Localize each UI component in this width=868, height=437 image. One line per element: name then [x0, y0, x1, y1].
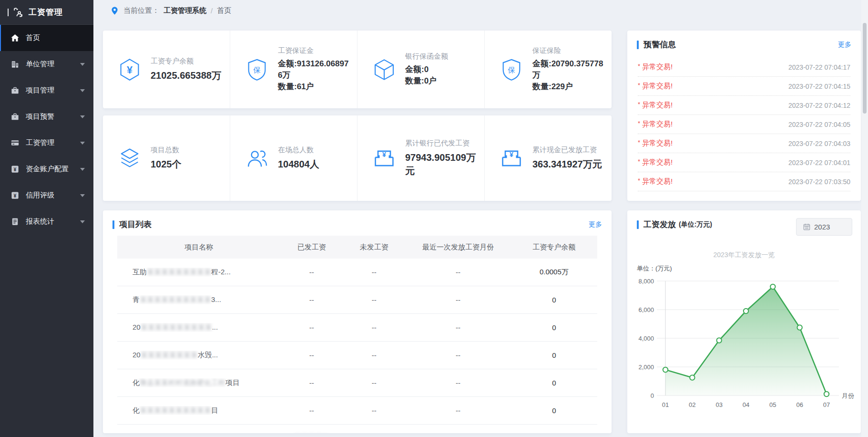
warning-list-item[interactable]: *异常交易! 2023-07-22 07:04:12 — [638, 96, 850, 115]
salary-panel-title: 工资发放 — [643, 219, 676, 230]
paid-salary-cell: -- — [280, 406, 343, 415]
svg-text:保: 保 — [507, 65, 515, 73]
cash-machine-icon: ¥ — [499, 146, 524, 171]
home-icon — [10, 33, 20, 42]
project-name-cell[interactable]: 化隆县某某村村道路硬化工程项目 — [117, 378, 280, 387]
project-name-cell[interactable]: 青某某某某某某某某某某3... — [117, 295, 280, 304]
project-name-cell[interactable]: 20某某某某某某某某水毁... — [117, 351, 280, 360]
table-row[interactable]: 青某某某某某某某某某某3... -- -- -- 0 — [117, 286, 597, 314]
svg-text:07: 07 — [823, 401, 830, 408]
stat-label: 累计现金已发放工资 — [532, 146, 602, 155]
warning-list-item[interactable]: *异常交易! 2023-07-22 07:03:50 — [638, 172, 850, 191]
stat-card: 在场总人数 104804人 — [230, 115, 357, 201]
svg-text:01: 01 — [662, 401, 669, 408]
warning-list-item[interactable]: *异常交易! 2023-07-22 07:04:17 — [638, 58, 850, 77]
warning-timestamp: 2023-07-22 07:03:50 — [788, 178, 850, 186]
svg-text:¥: ¥ — [14, 193, 17, 198]
warning-list-item[interactable]: *异常交易! 2023-07-22 07:04:03 — [638, 134, 850, 153]
project-list-more-link[interactable]: 更多 — [589, 220, 602, 229]
sidebar-menu-item[interactable]: 项目管理 — [0, 77, 93, 104]
section-accent-bar — [112, 220, 114, 229]
stat-value: 1025个 — [151, 157, 182, 171]
svg-text:04: 04 — [743, 401, 749, 408]
sidebar-item-label: 信用评级 — [26, 191, 54, 200]
yen-hexagon-icon: ¥ — [117, 57, 142, 82]
breadcrumb-root-link[interactable]: 工资管理系统 — [163, 6, 206, 15]
sidebar-menu-item[interactable]: ¥ 信用评级 — [0, 182, 93, 208]
project-list-title: 项目列表 — [119, 219, 152, 230]
svg-text:6,000: 6,000 — [638, 306, 654, 313]
warning-list-item[interactable]: *异常交易! 2023-07-22 07:04:15 — [638, 77, 850, 96]
stat-card: 项目总数 1025个 — [103, 115, 230, 201]
sidebar-item-label: 首页 — [26, 33, 40, 42]
sidebar-menu-item[interactable]: 单位管理 — [0, 51, 93, 77]
breadcrumb-separator: / — [211, 7, 213, 15]
redacted-text: 某某某某某某某某某某 — [141, 323, 212, 331]
project-name-cell[interactable]: 互助某某某某某某某某某程-2... — [117, 268, 280, 277]
salary-person-logo-icon — [12, 7, 24, 18]
calendar-icon — [803, 223, 810, 230]
shield-bao-icon: 保 — [245, 57, 269, 82]
last-pay-month-cell: -- — [405, 296, 511, 304]
paid-salary-cell: -- — [280, 296, 343, 304]
warning-timestamp: 2023-07-22 07:04:05 — [788, 121, 850, 128]
warning-more-link[interactable]: 更多 — [838, 41, 851, 49]
project-name-cell[interactable]: 20某某某某某某某某某某... — [117, 323, 280, 332]
sidebar-menu-item[interactable]: ¥ 资金账户配置 — [0, 156, 93, 182]
warning-text: *异常交易! — [638, 82, 673, 91]
warning-timestamp: 2023-07-22 07:04:12 — [788, 102, 850, 109]
sidebar-item-label: 单位管理 — [26, 60, 54, 69]
table-row[interactable]: 20某某某某某某某某水毁... -- -- -- 0 — [117, 342, 597, 369]
table-row[interactable]: 互助某某某某某某某某某程-2... -- -- -- 0.0005万 — [117, 259, 597, 286]
stat-card: ¥ 累计现金已发放工资 363.341927万元 — [484, 115, 612, 201]
table-row[interactable]: 某某某某某某某某某某某某 等 某某某某万 — [117, 425, 597, 433]
svg-text:¥: ¥ — [14, 167, 17, 172]
stat-value: 金额:0 — [405, 64, 448, 75]
app-logo: 工资管理 — [0, 0, 93, 25]
asterisk-bullet: * — [638, 139, 640, 146]
page-scrollbar-thumb[interactable] — [863, 23, 867, 114]
sidebar-menu-item[interactable]: 项目预警 — [0, 104, 93, 130]
sidebar-menu-item[interactable]: 工资管理 — [0, 130, 93, 156]
sidebar-item-label: 项目预警 — [26, 112, 54, 121]
sidebar-menu-item[interactable]: 首页 — [0, 25, 93, 51]
page-scrollbar-track[interactable] — [861, 0, 868, 437]
last-pay-month-cell: -- — [405, 268, 511, 276]
stat-card: 保 保证保险 金额:20790.375778万 数量:229户 — [484, 31, 612, 108]
table-row[interactable]: 化隆县某某村村道路硬化工程项目 -- -- -- 0 — [117, 369, 597, 397]
svg-text:¥: ¥ — [127, 64, 133, 76]
location-pin-icon — [110, 6, 119, 15]
chevron-down-icon — [80, 168, 85, 171]
project-table: 项目名称 已发工资 未发工资 最近一次发放工资月份 工资专户余额 互助某某某某某… — [117, 236, 597, 433]
warning-timestamp: 2023-07-22 07:04:01 — [788, 159, 850, 166]
stat-label: 银行保函金额 — [405, 52, 448, 61]
sidebar-item-label: 资金账户配置 — [26, 165, 69, 174]
col-unpaid-salary: 未发工资 — [343, 243, 405, 252]
year-select[interactable]: 2023 — [796, 218, 852, 236]
warning-list-item[interactable]: *异常交易! 2023-07-22 07:04:05 — [638, 115, 850, 134]
sidebar-item-label: 项目管理 — [26, 86, 54, 95]
sidebar-menu: 首页 单位管理 项目管理 项目预警 工资 — [0, 25, 93, 235]
asterisk-bullet: * — [638, 101, 640, 108]
chevron-down-icon — [80, 63, 85, 66]
warning-panel: 预警信息 更多 *异常交易! 2023-07-22 07:04:17 *异常交易… — [627, 31, 861, 201]
warning-list-item[interactable]: *异常交易! 2023-07-22 07:04:01 — [638, 153, 850, 172]
redacted-text: 某某某某某某某某某某 — [140, 406, 211, 414]
stat-label: 累计银行已代发工资 — [405, 139, 478, 148]
section-accent-bar — [637, 41, 639, 49]
stat-value: 金额:20790.375778万 — [532, 58, 605, 81]
table-row[interactable]: 化某某某某某某某某某某目 -- -- -- 0 — [117, 397, 597, 425]
main-area: 当前位置： 工资管理系统 / 首页 ¥ 工资专户余额 21025.665388万 — [93, 0, 868, 437]
briefcase-icon — [10, 86, 20, 95]
cash-machine-icon: ¥ — [372, 146, 397, 171]
sidebar-menu-item[interactable]: 报表统计 — [0, 208, 93, 235]
stat-value-secondary: 数量:229户 — [532, 81, 605, 93]
stat-card: 保 工资保证金 金额:913126.068976万 数量:61户 — [230, 31, 357, 108]
svg-text:02: 02 — [689, 401, 695, 408]
balance-cell: 0 — [511, 406, 597, 415]
chevron-down-icon — [80, 115, 85, 118]
project-name-cell[interactable]: 化某某某某某某某某某某目 — [117, 406, 280, 415]
table-row[interactable]: 20某某某某某某某某某某... -- -- -- 0 — [117, 314, 597, 342]
logo-divider-bar — [8, 9, 9, 16]
sidebar-item-label: 报表统计 — [26, 217, 54, 226]
